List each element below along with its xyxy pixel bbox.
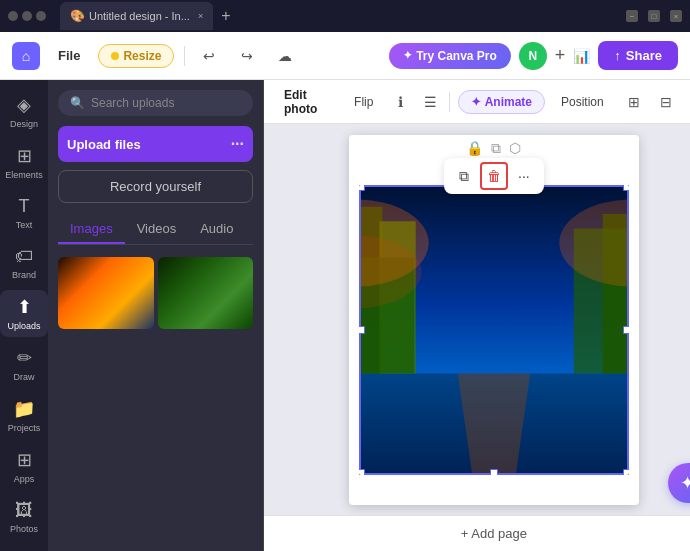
tab-icon: 🎨 bbox=[70, 9, 85, 23]
sidebar-item-label: Draw bbox=[13, 372, 34, 382]
add-collaborator-button[interactable]: + bbox=[555, 45, 566, 66]
titlebar-tabs: 🎨 Untitled design - In... × + bbox=[60, 2, 231, 30]
photos-icon: 🖼 bbox=[15, 500, 33, 521]
draw-icon: ✏ bbox=[17, 347, 32, 369]
resize-dot bbox=[111, 52, 119, 60]
sidebar-item-uploads[interactable]: ⬆ Uploads bbox=[0, 290, 48, 337]
brand-icon: 🏷 bbox=[15, 246, 33, 267]
topbar-right: ⊞ ⊟ 🔒 bbox=[620, 88, 690, 116]
upload-files-button[interactable]: Upload files ··· bbox=[58, 126, 253, 162]
file-menu-button[interactable]: File bbox=[50, 44, 88, 67]
sidebar-item-design[interactable]: ◈ Design bbox=[0, 88, 48, 135]
sidebar-item-draw[interactable]: ✏ Draw bbox=[0, 341, 48, 388]
resize-button[interactable]: Resize bbox=[98, 44, 174, 68]
edit-photo-button[interactable]: Edit photo bbox=[276, 84, 338, 120]
sidebar-item-text[interactable]: T Text bbox=[0, 190, 48, 236]
redo-button[interactable]: ↪ bbox=[233, 42, 261, 70]
try-canva-pro-button[interactable]: ✦ Try Canva Pro bbox=[389, 43, 511, 69]
add-page-button[interactable]: + Add page bbox=[449, 522, 539, 545]
thumbnail-1[interactable] bbox=[58, 257, 154, 329]
lock-page-icon: 🔒 bbox=[466, 140, 483, 157]
upload-more-icon: ··· bbox=[231, 135, 244, 153]
window-buttons: − □ × bbox=[626, 10, 682, 22]
tab-audio[interactable]: Audio bbox=[188, 215, 245, 244]
sidebar-item-label: Brand bbox=[12, 270, 36, 280]
sidebar-item-label: Text bbox=[16, 220, 33, 230]
sidebar-item-label: Apps bbox=[14, 474, 35, 484]
tab-label: Untitled design - In... bbox=[89, 10, 190, 22]
user-avatar[interactable]: N bbox=[519, 42, 547, 70]
separator-1 bbox=[184, 46, 185, 66]
menu-button[interactable]: ☰ bbox=[419, 88, 441, 116]
sidebar-item-photos[interactable]: 🖼 Photos bbox=[0, 494, 48, 540]
dot-1 bbox=[8, 11, 18, 21]
lock-button[interactable]: 🔒 bbox=[684, 88, 690, 116]
topbar-sep-1 bbox=[449, 92, 450, 112]
share-label: Share bbox=[626, 48, 662, 63]
image-grid bbox=[48, 249, 263, 551]
align-button[interactable]: ⊟ bbox=[652, 88, 680, 116]
resize-label: Resize bbox=[123, 49, 161, 63]
delete-element-button[interactable]: 🗑 bbox=[480, 162, 508, 190]
tab-close-icon[interactable]: × bbox=[198, 11, 203, 21]
position-button[interactable]: Position bbox=[553, 91, 612, 113]
share-button[interactable]: ↑ Share bbox=[598, 41, 678, 70]
canvas-bottombar: + Add page bbox=[264, 515, 690, 551]
sidebar-item-label: Design bbox=[10, 119, 38, 129]
projects-icon: 📁 bbox=[13, 398, 35, 420]
main-layout: ◈ Design ⊞ Elements T Text 🏷 Brand ⬆ Upl… bbox=[0, 80, 690, 551]
dot-3 bbox=[36, 11, 46, 21]
uploads-icon: ⬆ bbox=[17, 296, 32, 318]
expand-icon: ⬡ bbox=[509, 140, 521, 157]
sidebar-item-projects[interactable]: 📁 Projects bbox=[0, 392, 48, 439]
sidebar-item-label: Elements bbox=[5, 170, 43, 180]
animate-button[interactable]: ✦ Animate bbox=[458, 90, 545, 114]
sidebar-item-apps[interactable]: ⊞ Apps bbox=[0, 443, 48, 490]
home-button[interactable]: ⌂ bbox=[12, 42, 40, 70]
record-yourself-button[interactable]: Record yourself bbox=[58, 170, 253, 203]
sidebar-item-label: Uploads bbox=[7, 321, 40, 331]
more-options-button[interactable]: ··· bbox=[510, 162, 538, 190]
maximize-button[interactable]: □ bbox=[648, 10, 660, 22]
info-button[interactable]: ℹ bbox=[389, 88, 411, 116]
tab-videos[interactable]: Videos bbox=[125, 215, 189, 244]
canvas-image-container bbox=[359, 185, 629, 475]
cloud-save-button[interactable]: ☁ bbox=[271, 42, 299, 70]
minimize-button[interactable]: − bbox=[626, 10, 638, 22]
sidebar-item-elements[interactable]: ⊞ Elements bbox=[0, 139, 48, 186]
sidebar-item-brand[interactable]: 🏷 Brand bbox=[0, 240, 48, 286]
canvas-area: Edit photo Flip ℹ ☰ ✦ Animate Position ⊞… bbox=[264, 80, 690, 551]
canvas-topbar: Edit photo Flip ℹ ☰ ✦ Animate Position ⊞… bbox=[264, 80, 690, 124]
tab-images[interactable]: Images bbox=[58, 215, 125, 244]
close-button[interactable]: × bbox=[670, 10, 682, 22]
active-tab[interactable]: 🎨 Untitled design - In... × bbox=[60, 2, 213, 30]
left-panel: 🔍 Upload files ··· Record yourself Image… bbox=[48, 80, 264, 551]
flip-button[interactable]: Flip bbox=[346, 91, 381, 113]
undo-button[interactable]: ↩ bbox=[195, 42, 223, 70]
analytics-button[interactable]: 📊 bbox=[573, 48, 590, 64]
titlebar: 🎨 Untitled design - In... × + − □ × bbox=[0, 0, 690, 32]
apps-icon: ⊞ bbox=[17, 449, 32, 471]
sidebar-item-label: Projects bbox=[8, 423, 41, 433]
text-icon: T bbox=[19, 196, 30, 217]
copy-page-icon: ⧉ bbox=[491, 140, 501, 157]
canvas-image[interactable] bbox=[359, 185, 629, 475]
main-toolbar: ⌂ File Resize ↩ ↪ ☁ ✦ Try Canva Pro N + … bbox=[0, 32, 690, 80]
new-tab-button[interactable]: + bbox=[221, 7, 230, 25]
thumbnail-2[interactable] bbox=[158, 257, 254, 329]
canvas-top-icons: 🔒 ⧉ ⬡ bbox=[466, 140, 521, 157]
upload-label: Upload files bbox=[67, 137, 141, 152]
search-input[interactable] bbox=[91, 96, 241, 110]
star-icon: ✦ bbox=[403, 49, 412, 62]
canvas-workspace[interactable]: 🔒 ⧉ ⬡ ⧉ 🗑 ··· bbox=[264, 124, 690, 515]
copy-element-button[interactable]: ⧉ bbox=[450, 162, 478, 190]
context-toolbar: ⧉ 🗑 ··· bbox=[444, 158, 544, 194]
grid-view-button[interactable]: ⊞ bbox=[620, 88, 648, 116]
try-canva-label: Try Canva Pro bbox=[416, 49, 497, 63]
panel-tabs: Images Videos Audio bbox=[58, 215, 253, 245]
animate-icon: ✦ bbox=[471, 95, 481, 109]
search-bar: 🔍 bbox=[58, 90, 253, 116]
share-icon: ↑ bbox=[614, 48, 621, 63]
animate-label: Animate bbox=[485, 95, 532, 109]
toolbar-right: ✦ Try Canva Pro N + 📊 ↑ Share bbox=[389, 41, 678, 70]
